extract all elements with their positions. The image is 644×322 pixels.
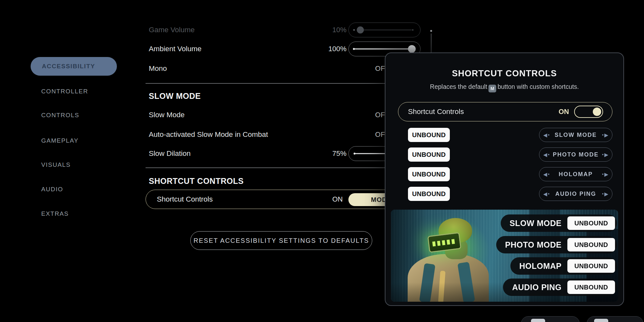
- setting-label-shortcut-controls: Shortcut Controls: [157, 195, 213, 204]
- shortcut-preview-image: SLOW MODE UNBOUND PHOTO MODE UNBOUND HOL…: [391, 210, 618, 302]
- chevron-right-icon[interactable]: ▶: [602, 152, 608, 158]
- shortcut-controls-toggle[interactable]: [574, 106, 603, 118]
- setting-label-mono: Mono: [149, 64, 167, 73]
- chevron-left-icon[interactable]: ◀: [543, 152, 549, 158]
- reset-accessibility-button[interactable]: RESET ACCESSIBILITY SETTINGS TO DEFAULTS: [190, 231, 372, 250]
- chevron-right-icon[interactable]: ▶: [602, 191, 608, 197]
- sidebar-item-label: ACCESSIBILITY: [42, 63, 95, 70]
- bottom-prompt-button[interactable]: [587, 316, 643, 322]
- legend-binding-badge: UNBOUND: [567, 238, 615, 251]
- binding-key-button[interactable]: UNBOUND: [408, 128, 450, 142]
- popup-title: SHORTCUT CONTROLS: [385, 69, 623, 79]
- chevron-left-icon[interactable]: ◀: [543, 132, 549, 138]
- legend-row: PHOTO MODE UNBOUND: [391, 236, 617, 253]
- chevron-right-icon[interactable]: ▶: [602, 171, 608, 177]
- scrollbar-dot: [430, 30, 432, 32]
- legend-binding-badge: UNBOUND: [567, 280, 615, 294]
- popup-toggle-label: Shortcut Controls: [408, 108, 464, 116]
- slow-dilation-value: 75%: [319, 149, 346, 158]
- binding-key-button[interactable]: UNBOUND: [408, 187, 450, 201]
- setting-label-game-volume: Game Volume: [149, 26, 195, 34]
- popup-subtitle: Replaces the defaultMbutton with custom …: [385, 83, 623, 92]
- bottom-prompt-button[interactable]: [521, 316, 580, 322]
- sidebar-item-accessibility[interactable]: ACCESSIBILITY: [31, 57, 117, 76]
- chevron-left-icon[interactable]: ◀: [543, 171, 549, 177]
- popup-subtitle-before: Replaces the default: [430, 83, 487, 90]
- action-selector-slow-mode[interactable]: ◀ SLOW MODE ▶: [539, 128, 612, 142]
- legend-action-label: SLOW MODE: [510, 219, 562, 228]
- slider-max-dot: [412, 29, 413, 31]
- legend-row: HOLOMAP UNBOUND: [391, 257, 617, 275]
- shortcut-controls-popup: SHORTCUT CONTROLS Replaces the defaultMb…: [385, 52, 624, 306]
- binding-row-photo-mode: UNBOUND ◀ PHOTO MODE ▶: [385, 147, 625, 162]
- binding-key-button[interactable]: UNBOUND: [408, 147, 450, 162]
- action-selector-holomap[interactable]: ◀ HOLOMAP ▶: [539, 167, 612, 181]
- sidebar-item-visuals[interactable]: VISUALS: [41, 161, 71, 168]
- binding-row-holomap: UNBOUND ◀ HOLOMAP ▶: [385, 167, 625, 181]
- action-selector-photo-mode[interactable]: ◀ PHOTO MODE ▶: [539, 147, 612, 162]
- popup-subtitle-after: button with custom shortcuts.: [497, 83, 579, 90]
- slider-min-dot: [353, 29, 355, 31]
- section-divider: [146, 83, 391, 84]
- binding-row-audio-ping: UNBOUND ◀ AUDIO PING ▶: [385, 187, 625, 201]
- legend-row: SLOW MODE UNBOUND: [391, 214, 617, 232]
- popup-toggle-state: ON: [559, 108, 569, 116]
- binding-key-button[interactable]: UNBOUND: [408, 167, 450, 181]
- slider-track: [363, 30, 412, 30]
- binding-row-slow-mode: UNBOUND ◀ SLOW MODE ▶: [385, 128, 625, 142]
- action-selector-audio-ping[interactable]: ◀ AUDIO PING ▶: [539, 187, 612, 201]
- slider-track: [355, 49, 411, 50]
- key-icon: [594, 319, 608, 322]
- popup-shortcut-controls-row[interactable]: Shortcut Controls ON: [398, 102, 612, 121]
- key-icon: [531, 319, 545, 322]
- legend-action-label: PHOTO MODE: [505, 240, 562, 250]
- legend-row: AUDIO PING UNBOUND: [391, 279, 617, 296]
- sidebar-item-extras[interactable]: EXTRAS: [41, 210, 69, 217]
- sidebar-item-audio[interactable]: AUDIO: [41, 186, 63, 193]
- chevron-left-icon[interactable]: ◀: [543, 191, 549, 197]
- section-header-shortcut-controls: SHORTCUT CONTROLS: [149, 176, 244, 186]
- legend-action-label: HOLOMAP: [519, 261, 562, 271]
- sidebar-item-gameplay[interactable]: GAMEPLAY: [41, 137, 79, 144]
- m-key-icon: M: [488, 85, 496, 92]
- legend-action-label: AUDIO PING: [512, 283, 562, 292]
- selector-label: HOLOMAP: [559, 171, 593, 178]
- slider-handle[interactable]: [357, 26, 364, 33]
- section-divider: [146, 167, 391, 168]
- sidebar-item-controls[interactable]: CONTROLS: [41, 112, 79, 119]
- legend-binding-badge: UNBOUND: [567, 216, 615, 230]
- chevron-right-icon[interactable]: ▶: [602, 132, 608, 138]
- section-header-slow-mode: SLOW MODE: [149, 91, 201, 101]
- setting-label-auto-slow-mode: Auto-activated Slow Mode in Combat: [149, 130, 268, 139]
- setting-label-slow-dilation: Slow Dilation: [149, 149, 191, 158]
- selector-label: PHOTO MODE: [553, 151, 599, 158]
- sidebar-item-controller[interactable]: CONTROLLER: [41, 88, 88, 95]
- ambient-volume-value: 100%: [319, 45, 346, 53]
- setting-label-ambient-volume: Ambient Volume: [149, 45, 202, 53]
- toggle-knob: [593, 108, 601, 116]
- slider-handle[interactable]: [408, 45, 416, 53]
- game-volume-slider[interactable]: [348, 23, 421, 37]
- game-volume-value: 10%: [319, 26, 346, 34]
- shortcut-controls-state: ON: [332, 195, 343, 204]
- selector-label: AUDIO PING: [555, 191, 596, 197]
- legend-binding-badge: UNBOUND: [567, 259, 615, 273]
- selector-label: SLOW MODE: [555, 132, 597, 138]
- setting-label-slow-mode: Slow Mode: [149, 111, 185, 119]
